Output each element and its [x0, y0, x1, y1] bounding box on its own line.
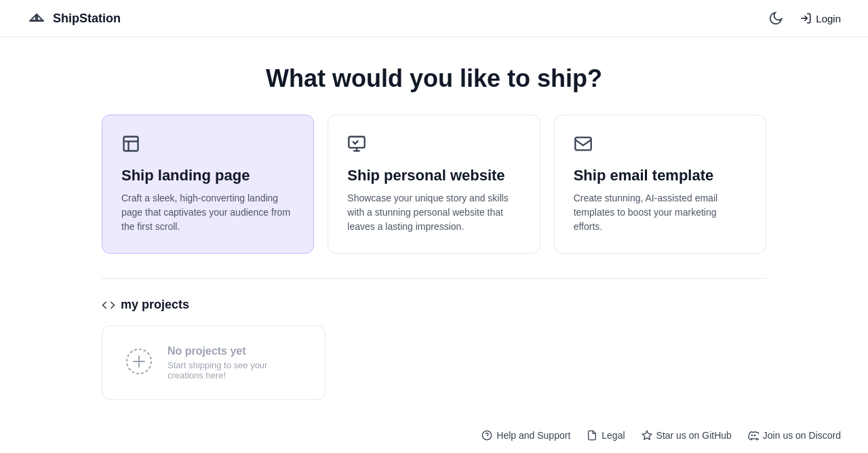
- svg-rect-1: [35, 14, 38, 20]
- email-template-card-title: Ship email template: [574, 167, 747, 184]
- projects-header: my projects: [102, 298, 766, 312]
- mail-icon: [574, 134, 747, 156]
- main-content: What would you like to ship? Ship landin…: [0, 64, 868, 453]
- landing-page-card-desc: Craft a sleek, high-converting landing p…: [121, 191, 294, 234]
- help-icon: [481, 430, 492, 441]
- no-projects-subtitle: Start shipping to see your creations her…: [167, 360, 303, 380]
- page-title: What would you like to ship?: [102, 64, 766, 93]
- discord-label: Join us on Discord: [763, 430, 841, 441]
- moon-icon: [768, 11, 783, 26]
- login-icon: [800, 12, 812, 24]
- github-link[interactable]: Star us on GitHub: [642, 430, 732, 441]
- empty-project-card: No projects yet Start shipping to see yo…: [102, 326, 326, 400]
- add-circle-icon: [124, 347, 154, 379]
- logo[interactable]: ShipStation: [27, 9, 121, 28]
- no-projects-title: No projects yet: [167, 345, 303, 357]
- section-divider: [102, 278, 766, 279]
- footer: Help and Support Legal Star us on GitHub…: [0, 418, 868, 453]
- github-label: Star us on GitHub: [656, 430, 732, 441]
- projects-section: my projects No projects yet Start shippi…: [102, 298, 766, 400]
- ship-cards-container: Ship landing page Craft a sleek, high-co…: [102, 115, 766, 254]
- email-template-card-desc: Create stunning, AI-assisted email templ…: [574, 191, 747, 234]
- ship-card-email-template[interactable]: Ship email template Create stunning, AI-…: [554, 115, 766, 254]
- ship-card-landing-page[interactable]: Ship landing page Craft a sleek, high-co…: [102, 115, 314, 254]
- help-support-link[interactable]: Help and Support: [481, 430, 570, 441]
- layout-icon: [121, 134, 294, 156]
- login-button[interactable]: Login: [800, 12, 841, 24]
- header-right: Login: [766, 8, 841, 28]
- svg-rect-9: [575, 138, 591, 151]
- login-label: Login: [816, 13, 841, 24]
- header: ShipStation Login: [0, 0, 868, 37]
- personal-website-card-title: Ship personal website: [347, 167, 520, 184]
- star-icon: [642, 430, 652, 441]
- projects-title: my projects: [121, 298, 189, 312]
- monitor-icon: [347, 134, 520, 156]
- discord-link[interactable]: Join us on Discord: [748, 430, 841, 441]
- logo-text: ShipStation: [53, 12, 121, 26]
- ship-card-personal-website[interactable]: Ship personal website Showcase your uniq…: [328, 115, 540, 254]
- personal-website-card-desc: Showcase your unique story and skills wi…: [347, 191, 520, 234]
- legal-label: Legal: [601, 430, 625, 441]
- code-icon: [102, 298, 115, 312]
- svg-marker-27: [642, 431, 651, 439]
- legal-link[interactable]: Legal: [587, 430, 625, 441]
- empty-project-text: No projects yet Start shipping to see yo…: [167, 345, 303, 380]
- discord-icon: [748, 430, 759, 441]
- shipstation-logo-icon: [27, 9, 46, 28]
- svg-rect-0: [29, 20, 44, 22]
- legal-icon: [587, 430, 597, 441]
- theme-toggle-button[interactable]: [766, 8, 786, 28]
- help-support-label: Help and Support: [496, 430, 570, 441]
- landing-page-card-title: Ship landing page: [121, 167, 294, 184]
- svg-rect-3: [124, 137, 138, 151]
